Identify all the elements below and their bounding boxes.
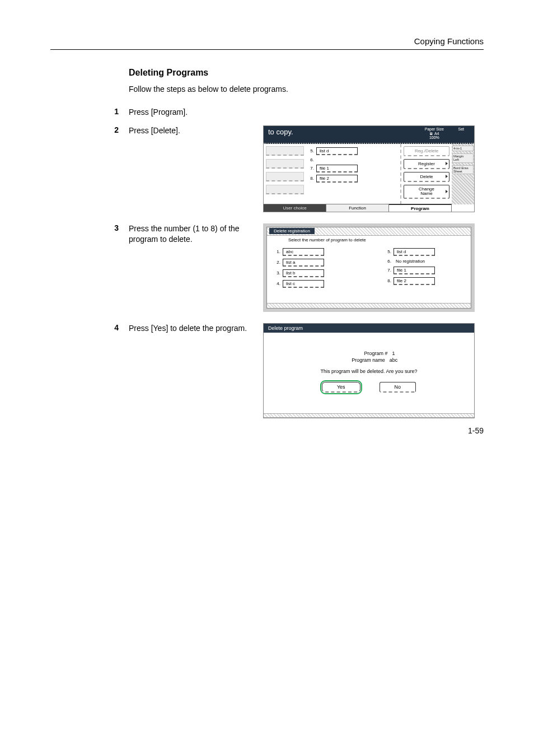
- slot-number: 8.: [386, 278, 391, 283]
- chevron-right-icon: [446, 175, 448, 178]
- no-button[interactable]: No: [380, 382, 416, 393]
- reg-delete-heading: Reg./Delete: [404, 146, 449, 156]
- side-feature-column: 4-in-1 Margin Left Bord Eras Sheet: [452, 144, 474, 204]
- program-name-value: abc: [390, 357, 398, 363]
- no-registration-label: No registration: [396, 259, 425, 264]
- paper-size-value: A4: [434, 132, 439, 136]
- step-number: 3: [102, 223, 119, 232]
- section-title: Deleting Programs: [129, 68, 484, 78]
- slot-label: file 2: [316, 175, 358, 183]
- screen-prompt: Select the number of program to delete: [267, 236, 471, 245]
- slot-number: 7.: [308, 166, 314, 171]
- slot-number: 8.: [308, 176, 314, 181]
- slot-number: 6.: [308, 157, 314, 162]
- program-slot-8[interactable]: 8.file 2: [386, 277, 463, 285]
- btn-label: Register: [418, 161, 435, 166]
- step-text: Press [Program].: [129, 107, 257, 118]
- register-button[interactable]: Register: [404, 159, 449, 169]
- program-slot-5[interactable]: 5. list d: [308, 147, 397, 155]
- step-text: Press the number (1 to 8) of the program…: [129, 223, 257, 245]
- step-3: 3 Press the number (1 to 8) of the progr…: [50, 223, 484, 312]
- preset-chip[interactable]: [266, 185, 304, 194]
- step-2: 2 Press [Delete]. to copy. Paper Size 🗎 …: [50, 125, 484, 212]
- slot-number: 5.: [308, 148, 314, 153]
- set-label: Set: [458, 127, 464, 131]
- step-number: 1: [102, 107, 119, 116]
- footer-hatch: [264, 413, 474, 418]
- change-name-button[interactable]: Change Name: [404, 185, 449, 199]
- side-chip-margin[interactable]: Margin Left: [452, 153, 474, 163]
- footer-hatch: [267, 303, 471, 308]
- screen-to-copy: to copy. Paper Size 🗎 A4 100% Set 5: [263, 125, 475, 212]
- step-4: 4 Press [Yes] to delete the program. Del…: [50, 323, 484, 418]
- side-chip-border-erase[interactable]: Bord Eras Sheet: [452, 165, 474, 175]
- page-number: 1-59: [468, 426, 484, 435]
- slot-number: 5.: [386, 249, 391, 254]
- screen-title: to copy.: [268, 128, 293, 136]
- step-number: 2: [102, 125, 119, 134]
- action-column: Reg./Delete Register Delete Change Name: [400, 144, 452, 204]
- tab-function[interactable]: Function: [326, 204, 389, 212]
- yes-button[interactable]: Yes: [322, 382, 360, 393]
- slot-label: list a: [283, 259, 324, 267]
- slot-label: abc: [283, 248, 324, 256]
- side-chip-4in1[interactable]: 4-in-1: [452, 146, 474, 151]
- screen-title: Delete program: [264, 324, 474, 333]
- program-name-label: Program name: [340, 357, 385, 363]
- screen-delete-program: Delete program Program #1 Program nameab…: [263, 323, 475, 418]
- program-slot-4[interactable]: 4.list c: [275, 280, 352, 288]
- slot-label: file 2: [394, 277, 435, 285]
- step-text: Press [Delete].: [129, 125, 257, 136]
- left-chip-column: [264, 144, 305, 204]
- program-slot-1[interactable]: 1.abc: [275, 248, 352, 256]
- bottom-tabs: User choice Function Program: [264, 204, 452, 212]
- program-slot-3[interactable]: 3.list b: [275, 269, 352, 277]
- zoom-value: 100%: [425, 136, 444, 140]
- slot-label: file 1: [394, 267, 435, 274]
- slot-label: list d: [316, 147, 358, 155]
- screen-title-bar: to copy. Paper Size 🗎 A4 100% Set: [264, 126, 474, 144]
- btn-label: Change Name: [419, 186, 434, 196]
- program-slot-5[interactable]: 5.list d: [386, 248, 463, 256]
- step-text: Press [Yes] to delete the program.: [129, 323, 257, 334]
- confirm-message: This program will be deleted. Are you su…: [275, 368, 463, 374]
- chevron-right-icon: [446, 162, 448, 165]
- preset-chip[interactable]: [266, 159, 304, 169]
- slot-label: file 1: [316, 165, 358, 172]
- btn-label: Delete: [420, 174, 433, 179]
- running-header: Copying Functions: [50, 36, 484, 50]
- program-slot-2[interactable]: 2.list a: [275, 259, 352, 267]
- screen-title: Delete registration: [269, 228, 315, 234]
- slot-label: list c: [283, 280, 324, 288]
- tab-user-choice[interactable]: User choice: [264, 204, 326, 212]
- program-number-value: 1: [392, 351, 395, 356]
- program-slot-7[interactable]: 7.file 1: [386, 267, 463, 274]
- slot-number: 4.: [275, 281, 280, 286]
- slot-label: list d: [394, 248, 435, 256]
- preset-chip[interactable]: [266, 172, 304, 181]
- slot-number: 7.: [386, 268, 391, 273]
- slot-label: list b: [283, 269, 324, 277]
- screen-delete-registration: Delete registration Select the number of…: [263, 223, 475, 312]
- delete-button[interactable]: Delete: [404, 172, 449, 182]
- slot-number: 3.: [275, 270, 280, 276]
- paper-size-indicator: Paper Size 🗎 A4 100%: [425, 127, 444, 140]
- program-slot-8[interactable]: 8. file 2: [308, 175, 397, 183]
- step-1: 1 Press [Program].: [50, 107, 484, 118]
- slot-number: 1.: [275, 249, 280, 254]
- program-list-column: 5. list d 6. 7. file 1 8. file 2: [305, 144, 400, 204]
- program-slot-7[interactable]: 7. file 1: [308, 165, 397, 172]
- program-number-label: Program #: [343, 351, 387, 356]
- section-intro: Follow the steps as below to delete prog…: [129, 85, 484, 94]
- tab-program[interactable]: Program: [389, 204, 452, 212]
- program-slot-6-empty: 6.No registration: [386, 259, 463, 264]
- step-number: 4: [102, 323, 119, 332]
- paper-size-label: Paper Size: [425, 127, 444, 132]
- preset-chip[interactable]: [266, 146, 304, 156]
- slot-number: 6.: [386, 259, 391, 264]
- program-slot-6: 6.: [308, 157, 397, 162]
- slot-number: 2.: [275, 260, 280, 265]
- chevron-right-icon: [446, 190, 448, 193]
